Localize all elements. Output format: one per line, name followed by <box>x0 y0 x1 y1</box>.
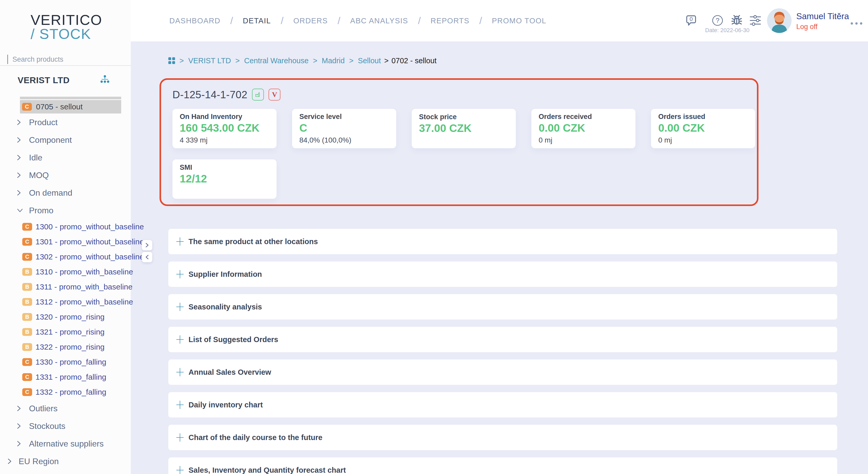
tree-group-outliers[interactable]: Outliers <box>0 399 131 417</box>
sidebar-collapse-button[interactable] <box>142 252 152 262</box>
tree-item-1302[interactable]: C 1302 - promo_without_baseline <box>0 249 131 264</box>
plus-icon[interactable] <box>176 335 184 344</box>
plus-icon[interactable] <box>176 237 184 246</box>
tree-group-promo-expanded[interactable]: Promo <box>0 202 131 219</box>
tree-item-1321[interactable]: B 1321 - promo_rising <box>0 324 131 339</box>
chevron-down-icon <box>17 209 23 212</box>
nav-separator: / <box>479 15 482 26</box>
breadcrumb-separator-current: > <box>384 57 389 65</box>
section-chart-daily-course-future[interactable]: Chart of the daily course to the future <box>168 425 837 450</box>
tree-item-label: 1320 - promo_rising <box>35 313 104 321</box>
tree-group-label: On demand <box>29 188 72 198</box>
nav-tab-abc-analysis[interactable]: ABC ANALYSIS <box>350 17 408 25</box>
tree-item-1312[interactable]: B 1312 - promo_with_baseline <box>0 294 131 309</box>
abc-badge: C <box>22 103 32 111</box>
tree-item-1300[interactable]: C 1300 - promo_without_baseline <box>0 219 131 234</box>
kpi-value: 0.00 CZK <box>658 122 755 134</box>
tree-item-1311[interactable]: B 1311 - promo_with_baseline <box>0 279 131 294</box>
logo-line2: / STOCK <box>31 27 102 41</box>
plus-icon[interactable] <box>176 270 184 278</box>
tree-group-product[interactable]: Product <box>0 114 131 131</box>
breadcrumb-link-company[interactable]: VERIST LTD <box>188 57 231 65</box>
plus-icon[interactable] <box>176 302 184 311</box>
chevron-left-icon <box>146 255 149 259</box>
nav-tab-dashboard[interactable]: DASHBOARD <box>169 17 220 25</box>
nav-tab-promo-tool[interactable]: PROMO TOOL <box>492 17 547 25</box>
partially-scrolled-item <box>20 97 121 99</box>
tree-group-label: Alternative suppliers <box>29 439 103 449</box>
plus-icon[interactable] <box>176 433 184 442</box>
tree-item-label: 1310 - promo_with_baseline <box>35 267 133 276</box>
breadcrumb-home-grid-icon[interactable] <box>168 57 175 64</box>
kpi-card-service-level: Service level C 84,0% (100,0%) <box>292 109 396 148</box>
breadcrumb-link-sellout[interactable]: Sellout <box>358 57 381 65</box>
tree-item-label: 1322 - promo_rising <box>35 343 104 351</box>
tree-item-label: 1300 - promo_without_baseline <box>35 223 144 231</box>
plus-icon[interactable] <box>176 368 184 377</box>
chevron-right-icon <box>17 406 21 411</box>
tree-item-label: 1330 - promo_falling <box>35 358 106 366</box>
help-icon[interactable]: ? <box>712 14 723 26</box>
log-off-link[interactable]: Log off <box>796 23 849 30</box>
kpi-value: C <box>299 122 396 134</box>
tree-item-1320[interactable]: B 1320 - promo_rising <box>0 309 131 324</box>
org-chart-icon[interactable] <box>100 75 109 85</box>
logo-line1: VERITICO <box>31 13 102 27</box>
tree-item-label: 1331 - promo_falling <box>35 373 106 382</box>
chevron-right-icon <box>146 243 149 247</box>
kpi-cards-row-1: On Hand Inventory 160 543.00 CZK 4 339 m… <box>173 109 755 148</box>
plus-icon[interactable] <box>176 466 184 474</box>
sidebar-expand-button[interactable] <box>142 240 152 250</box>
bug-icon[interactable] <box>730 13 743 27</box>
nav-tab-reports[interactable]: REPORTS <box>431 17 469 25</box>
section-supplier-information[interactable]: Supplier Information <box>168 262 837 287</box>
tree-item-label: 1302 - promo_without_baseline <box>35 253 144 261</box>
kpi-label: Orders received <box>538 113 636 121</box>
section-seasonality-analysis[interactable]: Seasonality analysis <box>168 294 837 320</box>
section-annual-sales-overview[interactable]: Annual Sales Overview <box>168 359 837 385</box>
current-date: Date: 2022-06-30 <box>705 27 749 34</box>
tree-group-idle[interactable]: Idle <box>0 149 131 167</box>
tree-group-on-demand[interactable]: On demand <box>0 184 131 202</box>
abc-badge: C <box>22 358 32 366</box>
section-sales-inventory-quantity-forecast[interactable]: Sales, Inventory and Quantity forecast c… <box>168 457 837 474</box>
plus-icon[interactable] <box>176 401 184 409</box>
tree-group-label: Component <box>29 135 72 145</box>
tree-item-1331[interactable]: C 1331 - promo_falling <box>0 369 131 385</box>
breadcrumb-link-warehouse[interactable]: Central Warehouse <box>244 57 309 65</box>
nav-tab-orders[interactable]: ORDERS <box>293 17 328 25</box>
tree-item-1310[interactable]: B 1310 - promo_with_baseline <box>0 264 131 279</box>
tree-group-moq[interactable]: MOQ <box>0 167 131 184</box>
section-label: The same product at other locations <box>188 237 318 246</box>
tree-root-eu-region[interactable]: EU Region <box>0 452 131 470</box>
section-same-product-other-locations[interactable]: The same product at other locations <box>168 229 837 254</box>
nav-tab-detail-active[interactable]: DETAIL <box>243 17 271 25</box>
tree-item-1330[interactable]: C 1330 - promo_falling <box>0 355 131 369</box>
tree-group-alternative-suppliers[interactable]: Alternative suppliers <box>0 435 131 452</box>
product-tree: C 0705 - sellout Product Component Idle … <box>0 93 131 470</box>
search-input[interactable] <box>12 53 127 65</box>
tree-item-1322[interactable]: B 1322 - promo_rising <box>0 339 131 355</box>
chevron-right-icon <box>17 137 21 143</box>
tree-group-stockouts[interactable]: Stockouts <box>0 417 131 435</box>
main-nav: DASHBOARD / DETAIL / ORDERS / ABC ANALYS… <box>169 0 547 41</box>
tree-item-1332[interactable]: C 1332 - promo_falling <box>0 385 131 399</box>
section-list-of-suggested-orders[interactable]: List of Suggested Orders <box>168 327 837 352</box>
kpi-sub <box>419 136 516 144</box>
tree-item-1301[interactable]: C 1301 - promo_without_baseline <box>0 234 131 249</box>
notifications-icon[interactable]: 0 <box>685 14 698 27</box>
settings-sliders-icon[interactable] <box>749 15 762 26</box>
section-daily-inventory-chart[interactable]: Daily inventory chart <box>168 392 837 417</box>
more-options-icon[interactable] <box>851 22 862 25</box>
chevron-right-icon <box>17 172 21 178</box>
tree-item-0705-sellout-selected[interactable]: C 0705 - sellout <box>20 100 121 114</box>
abc-badge: B <box>22 268 32 276</box>
user-avatar[interactable] <box>767 8 792 33</box>
abc-badge: B <box>22 328 32 336</box>
tree-group-component[interactable]: Component <box>0 131 131 149</box>
breadcrumb-link-city[interactable]: Madrid <box>322 57 345 65</box>
section-label: List of Suggested Orders <box>188 335 278 344</box>
kpi-card-stock-price: Stock price 37.00 CZK <box>412 109 516 148</box>
top-header: DASHBOARD / DETAIL / ORDERS / ABC ANALYS… <box>131 0 868 41</box>
tree-item-label: 1301 - promo_without_baseline <box>35 237 144 246</box>
